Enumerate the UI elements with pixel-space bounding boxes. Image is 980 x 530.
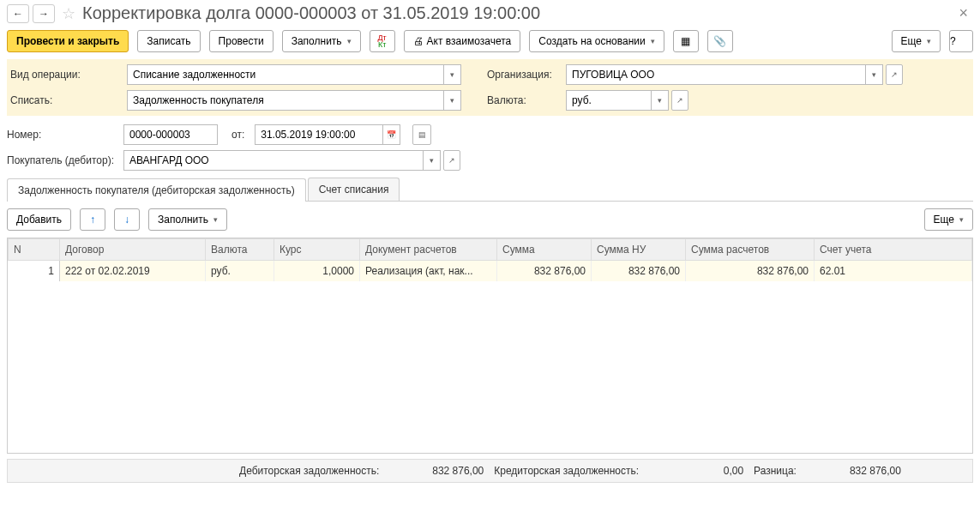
calendar-icon[interactable]: 📅	[383, 124, 400, 145]
col-header-sum[interactable]: Сумма	[497, 239, 592, 261]
diff-value: 832 876,00	[807, 465, 901, 477]
col-header-currency[interactable]: Валюта	[206, 239, 274, 261]
col-header-account[interactable]: Счет учета	[815, 239, 972, 261]
close-icon[interactable]: ×	[953, 4, 973, 22]
print-icon: 🖨	[413, 35, 424, 47]
arrow-up-icon: ↑	[90, 214, 95, 226]
act-button[interactable]: 🖨Акт взаимозачета	[404, 30, 521, 52]
table-row[interactable]: 1 222 от 02.02.2019 руб. 1,0000 Реализац…	[9, 261, 972, 282]
tab-writeoff-account[interactable]: Счет списания	[308, 178, 400, 201]
page-title: Корректировка долга 0000-000003 от 31.05…	[82, 3, 540, 23]
footer-summary: Дебиторская задолженность: 832 876,00 Кр…	[7, 459, 973, 483]
nav-forward-button[interactable]: →	[33, 4, 55, 23]
post-button[interactable]: Провести	[209, 30, 274, 52]
col-header-sumnu[interactable]: Сумма НУ	[592, 239, 686, 261]
grid-empty-area[interactable]	[8, 281, 972, 453]
buyer-input[interactable]	[123, 150, 424, 171]
structure-button[interactable]: ▦	[673, 30, 699, 52]
date-input[interactable]	[255, 124, 383, 145]
more-dropdown[interactable]: Еще	[892, 30, 941, 52]
buyer-label: Покупатель (дебитор):	[7, 154, 117, 166]
sub-fill-dropdown[interactable]: Заполнить	[148, 208, 227, 231]
attach-button[interactable]: 📎	[707, 30, 733, 52]
org-label: Организация:	[487, 69, 556, 81]
currency-label: Валюта:	[487, 94, 556, 106]
writeoff-dropdown-icon[interactable]: ▾	[444, 90, 461, 111]
fill-dropdown[interactable]: Заполнить	[282, 30, 361, 52]
op-type-dropdown-icon[interactable]: ▾	[444, 64, 461, 85]
payable-value: 0,00	[649, 465, 743, 477]
col-header-sumcalc[interactable]: Сумма расчетов	[686, 239, 815, 261]
op-type-input[interactable]	[127, 64, 444, 85]
from-label: от:	[231, 129, 244, 141]
move-up-button[interactable]: ↑	[80, 208, 105, 231]
op-type-label: Вид операции:	[10, 69, 120, 81]
number-label: Номер:	[7, 129, 117, 141]
arrow-down-icon: ↓	[124, 214, 129, 226]
sub-more-dropdown[interactable]: Еще	[924, 208, 973, 231]
col-header-n[interactable]: N	[9, 239, 60, 261]
create-based-dropdown[interactable]: Создать на основании	[529, 30, 664, 52]
add-row-button[interactable]: Добавить	[7, 208, 71, 231]
diff-label: Разница:	[754, 465, 797, 477]
col-header-doc[interactable]: Документ расчетов	[360, 239, 497, 261]
org-input[interactable]	[566, 64, 866, 85]
tab-receivable[interactable]: Задолженность покупателя (дебиторская за…	[7, 178, 306, 202]
writeoff-input[interactable]	[127, 90, 444, 111]
nav-back-button[interactable]: ←	[7, 4, 29, 23]
col-header-rate[interactable]: Курс	[274, 239, 360, 261]
debt-table[interactable]: N Договор Валюта Курс Документ расчетов …	[8, 238, 972, 281]
buyer-open-icon[interactable]: ↗	[443, 150, 460, 171]
help-button[interactable]: ?	[949, 30, 973, 52]
buyer-dropdown-icon[interactable]: ▾	[424, 150, 441, 171]
paperclip-icon: 📎	[713, 35, 726, 47]
currency-input[interactable]	[566, 90, 652, 111]
org-dropdown-icon[interactable]: ▾	[866, 64, 883, 85]
favorite-star-icon[interactable]: ☆	[62, 4, 75, 23]
payable-label: Кредиторская задолженность:	[494, 465, 639, 477]
currency-open-icon[interactable]: ↗	[671, 90, 688, 111]
write-button[interactable]: Записать	[137, 30, 200, 52]
date-extra-icon[interactable]: ▤	[412, 124, 431, 145]
currency-dropdown-icon[interactable]: ▾	[652, 90, 669, 111]
number-input[interactable]	[123, 124, 218, 145]
move-down-button[interactable]: ↓	[114, 208, 140, 231]
dtkt-button[interactable]: ДтКт	[370, 30, 395, 52]
post-and-close-button[interactable]: Провести и закрыть	[7, 30, 129, 52]
org-open-icon[interactable]: ↗	[886, 64, 903, 85]
receivable-label: Дебиторская задолженность:	[239, 465, 379, 477]
col-header-contract[interactable]: Договор	[60, 239, 206, 261]
receivable-value: 832 876,00	[389, 465, 484, 477]
writeoff-label: Списать:	[10, 94, 120, 106]
